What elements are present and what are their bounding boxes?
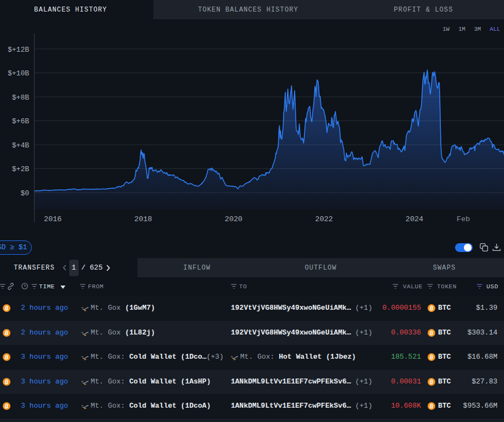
svg-text:$+10B: $+10B — [8, 69, 29, 78]
svg-text:$+12B: $+12B — [8, 46, 29, 54]
svg-text:$+4B: $+4B — [12, 141, 29, 150]
svg-text:$+2B: $+2B — [12, 165, 29, 173]
svg-text:2020: 2020 — [225, 215, 242, 223]
svg-text:Feb: Feb — [457, 215, 470, 223]
svg-text:$+8B: $+8B — [12, 94, 29, 102]
svg-text:$0: $0 — [20, 189, 29, 198]
svg-text:2016: 2016 — [44, 215, 62, 223]
svg-text:2018: 2018 — [134, 215, 152, 223]
svg-text:2022: 2022 — [315, 215, 333, 223]
svg-text:2024: 2024 — [406, 215, 423, 223]
svg-text:$+6B: $+6B — [12, 117, 29, 125]
